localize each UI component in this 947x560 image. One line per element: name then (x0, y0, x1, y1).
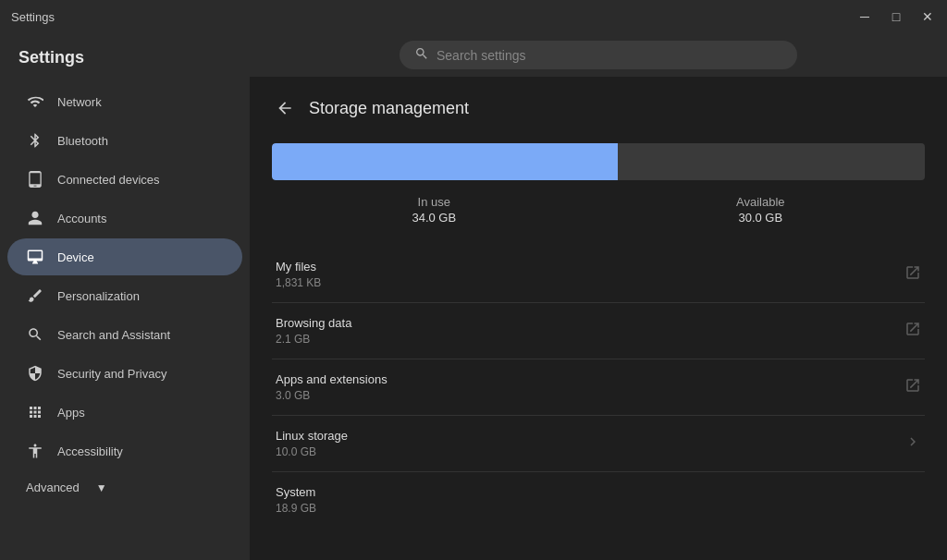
window-controls: ─ □ ✕ (856, 8, 936, 25)
storage-bar-section: In use 34.0 GB Available 30.0 GB (272, 143, 925, 225)
sidebar-item-advanced[interactable]: Advanced ▼ (7, 471, 242, 504)
page-title: Storage management (309, 99, 469, 118)
storage-item[interactable]: My files1,831 KB (272, 247, 925, 303)
storage-in-use: In use 34.0 GB (412, 195, 456, 225)
available-label: Available (736, 195, 785, 209)
storage-bar-used (272, 143, 618, 180)
sidebar-item-accessibility[interactable]: Accessibility (7, 432, 242, 469)
minimize-button[interactable]: ─ (856, 8, 873, 25)
sidebar-item-connected-devices[interactable]: Connected devices (7, 161, 242, 198)
sidebar-item-accessibility-label: Accessibility (57, 444, 123, 458)
storage-item-size: 18.9 GB (276, 502, 316, 515)
page-header: Storage management (272, 95, 925, 121)
storage-item-name: My files (276, 260, 321, 274)
accessibility-icon (26, 442, 44, 460)
back-button[interactable] (272, 95, 298, 121)
app-title: Settings (11, 10, 55, 24)
header (250, 33, 947, 77)
storage-item-left: Apps and extensions3.0 GB (276, 372, 387, 402)
content-area: Storage management In use 34.0 GB Availa… (250, 77, 947, 560)
search-icon (414, 46, 429, 64)
storage-item-left: System18.9 GB (276, 485, 316, 515)
maximize-button[interactable]: □ (888, 8, 904, 25)
sidebar: Settings Network Bluetooth (0, 33, 250, 560)
storage-item-size: 1,831 KB (276, 276, 321, 289)
sidebar-item-network[interactable]: Network (7, 83, 242, 120)
storage-item[interactable]: System18.9 GB (272, 472, 925, 528)
storage-item-name: Browsing data (276, 316, 351, 330)
tablet-icon (26, 170, 44, 189)
storage-item-size: 2.1 GB (276, 333, 351, 346)
sidebar-item-device[interactable]: Device (7, 238, 242, 275)
storage-item[interactable]: Browsing data2.1 GB (272, 303, 925, 359)
grid-icon (26, 403, 44, 421)
storage-item-name: Apps and extensions (276, 372, 387, 386)
storage-item[interactable]: Apps and extensions3.0 GB (272, 359, 925, 416)
app-layout: Settings Network Bluetooth (0, 33, 947, 560)
storage-labels: In use 34.0 GB Available 30.0 GB (272, 195, 925, 225)
monitor-icon (26, 248, 44, 266)
storage-item-size: 3.0 GB (276, 389, 387, 402)
in-use-value: 34.0 GB (412, 211, 456, 225)
external-link-icon (904, 321, 921, 341)
sidebar-item-personalization-label: Personalization (57, 289, 140, 303)
search-input[interactable] (437, 48, 782, 63)
external-link-icon (904, 377, 921, 397)
storage-item-name: Linux storage (276, 429, 348, 443)
close-button[interactable]: ✕ (919, 8, 936, 25)
sidebar-item-apps[interactable]: Apps (7, 394, 242, 431)
chevron-down-icon: ▼ (96, 481, 107, 494)
sidebar-item-security-privacy-label: Security and Privacy (57, 367, 167, 381)
sidebar-item-network-label: Network (57, 95, 102, 109)
search-bar[interactable] (400, 41, 797, 69)
available-value: 30.0 GB (736, 211, 785, 225)
storage-bar (272, 143, 925, 180)
sidebar-item-apps-label: Apps (57, 406, 85, 420)
advanced-label: Advanced (26, 481, 80, 494)
sidebar-item-device-label: Device (57, 250, 94, 264)
bluetooth-icon (26, 131, 44, 150)
external-link-icon (904, 264, 921, 285)
search-circle-icon (26, 325, 44, 344)
in-use-label: In use (412, 195, 456, 209)
sidebar-item-bluetooth-label: Bluetooth (57, 134, 108, 148)
sidebar-item-personalization[interactable]: Personalization (7, 277, 242, 314)
shield-icon (26, 364, 44, 383)
storage-item-left: Linux storage10.0 GB (276, 429, 348, 458)
storage-item[interactable]: Linux storage10.0 GB (272, 416, 925, 472)
sidebar-item-accounts-label: Accounts (57, 212, 106, 225)
sidebar-item-bluetooth[interactable]: Bluetooth (7, 122, 242, 159)
storage-items-list: My files1,831 KBBrowsing data2.1 GBApps … (272, 247, 925, 528)
brush-icon (26, 286, 44, 305)
content-inner: Storage management In use 34.0 GB Availa… (250, 77, 947, 560)
storage-item-left: Browsing data2.1 GB (276, 316, 351, 346)
storage-item-name: System (276, 485, 316, 499)
sidebar-item-security-privacy[interactable]: Security and Privacy (7, 355, 242, 392)
sidebar-item-accounts[interactable]: Accounts (7, 200, 242, 237)
storage-item-size: 10.0 GB (276, 445, 348, 458)
sidebar-item-search-assistant[interactable]: Search and Assistant (7, 316, 242, 353)
storage-available: Available 30.0 GB (736, 195, 785, 225)
sidebar-item-connected-devices-label: Connected devices (57, 173, 160, 187)
wifi-icon (26, 92, 44, 111)
sidebar-item-search-assistant-label: Search and Assistant (57, 328, 170, 342)
storage-item-left: My files1,831 KB (276, 260, 321, 289)
titlebar: Settings ─ □ ✕ (0, 0, 947, 33)
person-icon (26, 209, 44, 227)
chevron-right-icon (904, 433, 921, 454)
sidebar-title: Settings (0, 41, 250, 82)
